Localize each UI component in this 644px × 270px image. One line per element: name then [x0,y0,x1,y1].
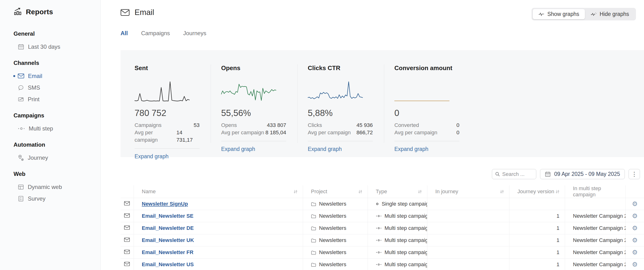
gear-icon[interactable]: ⚙ [632,225,638,232]
campaign-name-link[interactable]: Email_Newsletter SE [142,213,194,219]
date-range-button[interactable]: 09 Apr 2025 - 09 May 2025 [540,169,625,179]
folder-icon [311,238,316,242]
column-header-in-journey[interactable]: In journey [427,185,509,198]
opens-sparkline [221,80,286,103]
multi-step-campaign-cell: Newsletter Campaign 2025 [565,222,626,234]
campaign-name-link[interactable]: Email_Newsletter US [142,261,194,267]
sidebar-item-print[interactable]: Print [0,93,100,105]
tab-campaigns[interactable]: Campaigns [141,30,170,37]
section-label: Web [0,171,100,177]
hide-graphs-label: Hide graphs [600,11,629,17]
app-root: Reports General Last 30 days Channels [0,0,644,270]
stat-row: Opens 433 807 [221,121,286,129]
gear-icon[interactable]: ⚙ [632,261,638,268]
name-cell: Email_Newsletter US [134,258,303,270]
sidebar-title: Reports [26,8,53,16]
print-card-icon [18,96,24,102]
table-row[interactable]: Email_Newsletter FR Newsletters Multi st… [120,246,644,258]
project-cell: Newsletters [303,246,368,258]
column-header-type[interactable]: Type [368,185,427,198]
table-row[interactable]: Email_Newsletter SE Newsletters Multi st… [120,210,644,222]
stat-row: Converted 0 [394,121,460,129]
show-graphs-label: Show graphs [548,11,579,17]
project-cell: Newsletters [303,210,368,222]
expand-graph-link[interactable]: Expand graph [308,146,342,152]
gear-icon[interactable]: ⚙ [632,237,638,244]
hide-graphs-button[interactable]: Hide graphs [585,9,635,19]
column-header-in-multi-step-campaign[interactable]: In multi step campaign [565,185,626,198]
actions-column-header [626,185,644,198]
row-type-cell [120,222,134,234]
sidebar-item-journey[interactable]: Journey [0,152,100,164]
stat-row: Clicks 45 936 [308,121,373,129]
campaign-name-link[interactable]: Email_Newsletter DE [142,225,194,231]
page-title: Email [120,8,154,17]
reports-header: Reports [14,7,100,17]
filter-icon[interactable] [294,190,298,194]
name-cell: Newsletter SignUp [134,198,303,210]
expand-graph-link[interactable]: Expand graph [394,146,428,152]
stat-card-title: Opens [221,64,286,72]
folder-icon [311,202,316,206]
folder-icon [311,250,316,254]
email-tabs: All Campaigns Journeys [100,30,644,37]
table-row[interactable]: Email_Newsletter DE Newsletters Multi st… [120,222,644,234]
show-graphs-button[interactable]: Show graphs [533,9,585,19]
filter-icon[interactable] [418,190,422,194]
tab-journeys[interactable]: Journeys [183,30,206,37]
name-cell: Email_Newsletter DE [134,222,303,234]
filter-icon[interactable] [500,190,504,194]
sidebar-item-dynamic-web[interactable]: Dynamic web [0,181,100,193]
sent-total: 780 752 [134,108,200,118]
campaigns-table: Name Project [120,185,644,270]
envelope-icon [124,249,130,254]
expand-graph-link[interactable]: Expand graph [221,146,255,152]
sidebar-item-survey[interactable]: Survey [0,193,100,204]
card-separator [211,64,211,143]
column-header-name[interactable]: Name [134,185,303,198]
gear-icon[interactable]: ⚙ [632,249,638,256]
campaign-name-link[interactable]: Email_Newsletter UK [142,237,194,243]
in-journey-cell [427,258,509,270]
filter-icon[interactable] [556,190,560,194]
filter-icon[interactable] [358,190,362,194]
sidebar-item-email[interactable]: Email [0,70,100,82]
row-actions-cell: ⚙ [626,234,644,246]
search-icon [495,172,500,177]
table-toolbar: 09 Apr 2025 - 09 May 2025 ⋮ [120,169,640,179]
stat-row: Avg per campaign 14 731,17 [134,129,200,144]
sidebar-item-last-30-days[interactable]: Last 30 days [0,41,100,53]
sidebar-item-sms[interactable]: SMS [0,82,100,93]
type-cell: Multi step campaign [368,222,427,234]
card-divider [221,141,286,141]
gear-icon[interactable]: ⚙ [632,212,638,220]
search-box [492,169,536,179]
sent-sparkline [134,80,200,103]
multi-step-icon [18,127,25,130]
conversion-total: 0 [394,108,460,118]
sidebar-section-channels: Channels Email SMS [0,60,100,105]
table-options-button[interactable]: ⋮ [628,169,640,179]
tab-all[interactable]: All [120,30,128,37]
column-header-journey-version[interactable]: Journey version [509,185,565,198]
section-label: Automation [0,142,100,148]
journey-version-cell: 1 [509,210,565,222]
table-row[interactable]: Email_Newsletter UK Newsletters Multi st… [120,234,644,246]
expand-graph-link[interactable]: Expand graph [134,153,168,160]
column-header-project[interactable]: Project [303,185,368,198]
row-type-cell [120,234,134,246]
gear-icon[interactable]: ⚙ [632,200,638,207]
sidebar-item-label: Print [28,96,40,103]
multi-step-campaign-cell: Newsletter Campaign 2025 [565,246,626,258]
table-row[interactable]: Email_Newsletter US Newsletters Multi st… [120,258,644,270]
page-title-text: Email [134,8,154,17]
campaign-name-link[interactable]: Email_Newsletter FR [142,249,194,255]
calendar-icon [545,171,551,177]
stats-panel: Sent 780 752 Campaigns 53 Avg per campai… [120,50,644,157]
table-row[interactable]: Newsletter SignUp Newsletters Single ste… [120,198,644,210]
journey-pin-icon [18,155,24,161]
conversion-sparkline [394,80,460,103]
sidebar-item-multi-step[interactable]: Multi step [0,123,100,134]
search-input[interactable] [502,171,533,177]
campaign-name-link[interactable]: Newsletter SignUp [142,201,188,207]
